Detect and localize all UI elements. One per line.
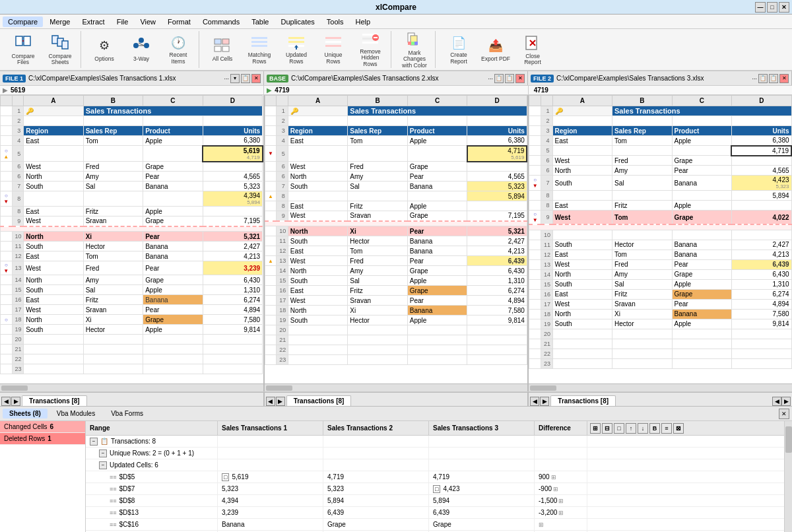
diff-tb-4[interactable]: ↑ xyxy=(626,423,636,434)
btab-vba-modules[interactable]: Vba Modules xyxy=(50,409,102,418)
base-btn1[interactable]: 📋 xyxy=(494,74,504,83)
col-D-1: D xyxy=(203,96,263,106)
diff-tb-2[interactable]: ⊟ xyxy=(602,423,612,434)
table-row: 8 EastFritzApple xyxy=(529,201,791,211)
table-row: 6 WestFredGrape xyxy=(529,156,791,166)
diff-v3-d13: 6,439 xyxy=(433,509,449,516)
svg-rect-0 xyxy=(16,36,22,46)
unique-rows-button[interactable]: Unique Rows xyxy=(315,32,351,67)
diff-vscroll[interactable] xyxy=(784,421,792,532)
menu-commands[interactable]: Commands xyxy=(197,17,245,27)
table-row: 15 SouthSalApple 1,310 xyxy=(529,279,791,289)
pane3-hscroll-thumb[interactable] xyxy=(530,385,556,391)
recent-items-label: Recent Items xyxy=(162,52,194,65)
diff-tb-1[interactable]: ⊞ xyxy=(590,423,601,434)
export-pdf-button[interactable]: 📤 Export PDF xyxy=(478,32,513,67)
close-button[interactable]: ✕ xyxy=(779,2,789,13)
sheet-tab-transactions-2[interactable]: Transactions [8] xyxy=(286,395,352,406)
sheet-nav-next-1[interactable]: ▶ xyxy=(11,397,20,406)
menu-merge[interactable]: Merge xyxy=(44,17,75,27)
menu-extract[interactable]: Extract xyxy=(77,17,110,27)
file1-btn2[interactable]: 📋 xyxy=(241,74,250,83)
sheet-nav-prev-1[interactable]: ◀ xyxy=(1,397,11,406)
expand-btn-unique[interactable]: − xyxy=(99,449,107,457)
diff-tb-bold[interactable]: B xyxy=(649,423,660,434)
matching-rows-button[interactable]: Matching Rows xyxy=(242,32,277,67)
base-btn3[interactable]: ✕ xyxy=(515,74,525,83)
remove-hidden-button[interactable]: Remove Hidden Rows xyxy=(352,32,388,67)
close-report-button[interactable]: Close Report xyxy=(515,32,550,67)
bottom-panel-close[interactable]: ✕ xyxy=(779,409,789,419)
updated-rows-button[interactable]: Updated Rows xyxy=(279,32,314,67)
options-button[interactable]: ⚙ Options xyxy=(86,32,122,67)
diff-tb-6[interactable]: ≡ xyxy=(661,423,672,434)
menu-table[interactable]: Table xyxy=(246,17,274,27)
table-row: 14 NorthAmyGrape 6,430 xyxy=(529,269,791,279)
sheet-scroll-btn[interactable]: ◀ xyxy=(772,397,781,406)
diff-tb-7[interactable]: ⊠ xyxy=(673,423,684,434)
create-report-button[interactable]: 📄 Create Report xyxy=(441,32,477,67)
compare-sheets-button[interactable]: Compare Sheets xyxy=(42,32,78,67)
menu-file[interactable]: File xyxy=(112,17,134,27)
file1-btn1[interactable]: ▾ xyxy=(230,74,240,83)
3way-button[interactable]: 3-Way xyxy=(123,32,159,67)
table-row: 19 SouthHectorApple 9,814 xyxy=(1,325,263,335)
sidebar-deleted-rows[interactable]: Deleted Rows 1 xyxy=(0,433,85,445)
base-btn2[interactable]: 📋 xyxy=(505,74,514,83)
menu-duplicates[interactable]: Duplicates xyxy=(275,17,319,27)
file2-btn3[interactable]: ✕ xyxy=(779,74,789,83)
menu-format[interactable]: Format xyxy=(162,17,196,27)
pane1-hscroll[interactable] xyxy=(0,383,263,391)
sheet-tab-transactions-3[interactable]: Transactions [8] xyxy=(550,395,616,406)
file2-btn2[interactable]: 📋 xyxy=(769,74,778,83)
btab-sheets[interactable]: Sheets (8) xyxy=(3,409,48,418)
sheet-tab-transactions-1[interactable]: Transactions [8] xyxy=(22,395,87,406)
table-row: 6 NorthAmyPear 4,565 xyxy=(1,172,263,182)
diff-diff-d7: -900 xyxy=(539,485,552,492)
file1-btn3[interactable]: ✕ xyxy=(251,74,261,83)
diff-row-d13: ≡≡ $D$13 3,239 6,439 6,439 -3,200 ⊞ xyxy=(86,507,784,519)
menu-view[interactable]: View xyxy=(135,17,161,27)
export-pdf-icon: 📤 xyxy=(486,36,505,55)
sheet-nav-prev-2[interactable]: ◀ xyxy=(266,397,275,406)
menu-help[interactable]: Help xyxy=(350,17,376,27)
diff-tb-3[interactable]: □ xyxy=(614,423,624,434)
expand-btn-updated[interactable]: − xyxy=(99,461,107,469)
base-path: C:\xlCompare\Examples\Sales Transactions… xyxy=(291,75,485,82)
sidebar-changed-cells[interactable]: Changed Cells 6 xyxy=(0,421,85,433)
table-row: 21 xyxy=(529,339,791,349)
table-row: 12 EastTomBanana 4,213 xyxy=(1,251,263,261)
diff-v1-d8: 4,394 xyxy=(222,497,238,504)
all-cells-button[interactable]: All Cells xyxy=(205,32,240,67)
sheet-nav-next-3[interactable]: ▶ xyxy=(540,397,549,406)
file1-nav-btn[interactable]: ... xyxy=(224,74,229,83)
diff-tb-5[interactable]: ↓ xyxy=(638,423,648,434)
pane1-hscroll-thumb[interactable] xyxy=(1,385,28,391)
mark-changes-button[interactable]: Mark Changes with Color xyxy=(397,32,432,67)
expand-btn-transactions[interactable]: − xyxy=(90,438,98,446)
sheet-nav-next-2[interactable]: ▶ xyxy=(276,397,285,406)
recent-items-button[interactable]: 🕐 Recent Items xyxy=(160,32,196,67)
toolbar-group-mark: Mark Changes with Color xyxy=(394,31,436,68)
menu-tools[interactable]: Tools xyxy=(321,17,349,27)
file2-nav-btn[interactable]: ... xyxy=(752,74,757,83)
base-nav-btn[interactable]: ... xyxy=(488,74,493,83)
pane2-hscroll[interactable] xyxy=(265,383,528,391)
diff-row-transactions: − 📋 Transactions: 8 xyxy=(86,436,784,448)
diff-range-transactions: Transactions: 8 xyxy=(111,438,156,445)
diff-vscroll-thumb[interactable] xyxy=(785,426,792,453)
pane3-hscroll[interactable] xyxy=(529,383,792,391)
file2-btn1[interactable]: 📋 xyxy=(758,74,768,83)
compare-files-button[interactable]: Compare Files xyxy=(5,32,41,67)
bottom-panel: Sheets (8) Vba Modules Vba Forms ✕ Chang… xyxy=(0,407,792,532)
sheet-scroll-btn2[interactable]: ▶ xyxy=(781,397,791,406)
maximize-button[interactable]: □ xyxy=(767,2,777,13)
sheet-nav-prev-3[interactable]: ◀ xyxy=(530,397,539,406)
minimize-button[interactable]: — xyxy=(755,2,766,13)
btab-vba-forms[interactable]: Vba Forms xyxy=(104,409,150,418)
menu-compare[interactable]: Compare xyxy=(3,17,43,27)
diff-sidebar: Changed Cells 6 Deleted Rows 1 xyxy=(0,421,86,532)
table-row xyxy=(1,226,263,232)
window-controls[interactable]: — □ ✕ xyxy=(755,2,789,13)
pane2-hscroll-thumb[interactable] xyxy=(266,385,292,391)
